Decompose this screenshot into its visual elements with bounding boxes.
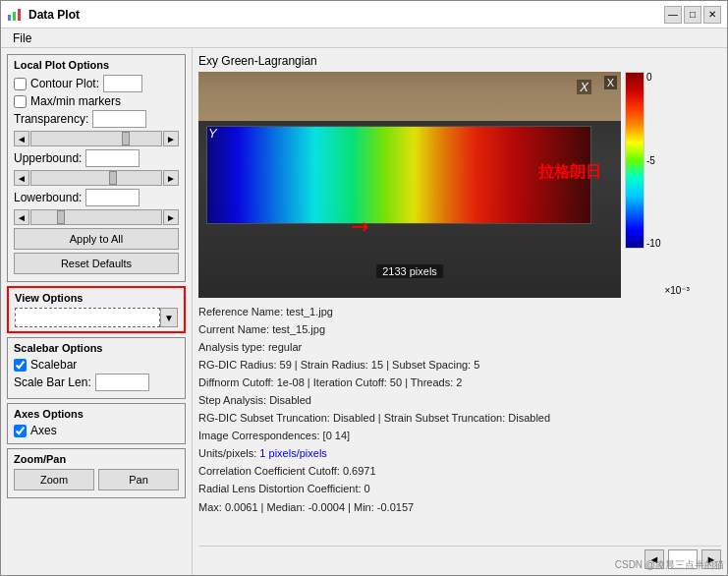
transparency-input[interactable]: 0.7500 — [92, 110, 146, 128]
menu-file[interactable]: File — [7, 31, 37, 45]
lowerbound-slider-right[interactable]: ► — [163, 209, 179, 225]
wood-texture — [198, 72, 621, 121]
axis-x-label: X — [577, 80, 591, 94]
axes-checkbox-row: Axes — [14, 424, 179, 437]
pan-button[interactable]: Pan — [98, 469, 179, 490]
contour-plot-label: Contour Plot: — [30, 77, 99, 90]
zoom-pan-section: Zoom/Pan Zoom Pan — [7, 448, 186, 498]
info-max-median-min: Max: 0.0061 | Median: -0.0004 | Min: -0.… — [198, 499, 721, 516]
scalebar-options-title: Scalebar Options — [14, 342, 179, 354]
title-bar: Data Plot — □ ✕ — [1, 1, 727, 29]
upperbound-slider-right[interactable]: ► — [163, 170, 179, 186]
local-plot-options-title: Local Plot Options — [14, 59, 179, 71]
transparency-label: Transparency: — [14, 112, 88, 126]
upperbound-slider-left[interactable]: ◄ — [14, 170, 29, 186]
colorbar-wrapper: 0 -5 -10 — [625, 72, 660, 298]
axes-label: Axes — [30, 424, 57, 437]
transparency-slider-row: ◄ ► — [14, 131, 179, 146]
info-units-value: 1 pixels/pixels — [259, 447, 326, 459]
lowerbound-slider-row: ◄ ► — [14, 209, 179, 225]
info-rg-dic: RG-DIC Radius: 59 | Strain Radius: 15 | … — [198, 357, 721, 374]
axes-options-section: Axes Options Axes — [7, 403, 186, 444]
lowerbound-slider-left[interactable]: ◄ — [14, 209, 29, 225]
right-panel: Exy Green-Lagrangian 2133 pixels X Y — [193, 48, 727, 575]
upperbound-slider-row: ◄ ► — [14, 170, 179, 186]
contour-plot-checkbox[interactable] — [14, 78, 27, 90]
bottom-bar: CSDN @凌晨三点半的猫 ◄ 14 ► — [198, 546, 721, 569]
scale-bar-len-row: Scale Bar Len: 2133.00 — [14, 374, 179, 391]
scalebar-checkbox-row: Scalebar — [14, 358, 179, 372]
colorbar-unit: ×10⁻³ — [664, 285, 689, 296]
view-options-dropdown-row: Lagrangian ▼ — [15, 308, 178, 327]
transparency-slider-track[interactable] — [30, 131, 162, 146]
view-options-title: View Options — [15, 292, 178, 304]
plot-area: 2133 pixels X Y X 拉格朗日 ↗ 0 — [198, 72, 721, 298]
upperbound-row: Upperbound: 0.0035 — [14, 149, 179, 167]
watermark-text: CSDN @凌晨三点半的猫 — [615, 558, 724, 572]
lowerbound-row: Lowerbound: -0.0110 — [14, 189, 179, 206]
left-panel: Local Plot Options Contour Plot: 20 Max/… — [1, 48, 193, 575]
info-analysis-type: Analysis type: regular — [198, 339, 721, 356]
lowerbound-slider-track[interactable] — [30, 209, 162, 225]
scale-bar-len-label: Scale Bar Len: — [14, 375, 91, 389]
close-x-button[interactable]: X — [604, 76, 617, 89]
plot-title: Exy Green-Lagrangian — [198, 54, 721, 68]
colorbar — [625, 72, 644, 249]
maxmin-label: Max/min markers — [30, 94, 121, 108]
reset-defaults-button[interactable]: Reset Defaults — [14, 253, 179, 274]
scalebar-label: Scalebar — [30, 358, 77, 372]
title-bar-left: Data Plot — [7, 7, 80, 23]
maxmin-checkbox[interactable] — [14, 95, 27, 108]
zoom-button[interactable]: Zoom — [14, 469, 94, 490]
window-title: Data Plot — [28, 8, 80, 22]
axes-options-title: Axes Options — [14, 408, 179, 420]
svg-rect-1 — [13, 12, 16, 21]
view-options-select[interactable]: Lagrangian — [15, 308, 160, 327]
close-button[interactable]: ✕ — [703, 6, 721, 24]
transparency-row: Transparency: 0.7500 — [14, 110, 179, 128]
transparency-slider-left[interactable]: ◄ — [14, 131, 29, 146]
info-image-corr: Image Correspondences: [0 14] — [198, 428, 721, 444]
colorbar-labels: 0 -5 -10 — [646, 72, 660, 249]
info-panel: Reference Name: test_1.jpg Current Name:… — [198, 304, 721, 542]
info-correlation: Correlation Coefficient Cutoff: 0.6971 — [198, 463, 721, 480]
axes-checkbox[interactable] — [14, 425, 27, 437]
main-window: Data Plot — □ ✕ File Local Plot Options … — [0, 0, 728, 576]
main-content: Local Plot Options Contour Plot: 20 Max/… — [1, 48, 727, 575]
axis-y-label: Y — [208, 126, 217, 141]
lowerbound-input[interactable]: -0.0110 — [85, 189, 140, 206]
view-options-dropdown-arrow[interactable]: ▼ — [160, 308, 178, 327]
contour-plot-row: Contour Plot: 20 — [14, 75, 179, 92]
apply-to-all-button[interactable]: Apply to All — [14, 228, 179, 250]
view-options-section: View Options Lagrangian ▼ — [7, 286, 186, 333]
chart-icon — [7, 7, 23, 23]
colorbar-label-2: -5 — [646, 155, 660, 166]
upperbound-input[interactable]: 0.0035 — [85, 149, 140, 167]
upperbound-label: Upperbound: — [14, 151, 82, 165]
info-reference-name: Reference Name: test_1.jpg — [198, 304, 721, 320]
info-units: Units/pixels: 1 pixels/pixels — [198, 445, 721, 462]
scale-bar-len-input[interactable]: 2133.00 — [95, 374, 149, 391]
colorbar-label-0: 0 — [646, 72, 660, 83]
info-current-name: Current Name: test_15.jpg — [198, 321, 721, 338]
menu-bar: File — [1, 29, 727, 48]
transparency-slider-right[interactable]: ► — [163, 131, 179, 146]
zoom-pan-title: Zoom/Pan — [14, 453, 179, 465]
pixel-label: 2133 pixels — [376, 264, 443, 278]
heatmap-strip — [206, 126, 591, 224]
info-radial: Radial Lens Distortion Coefficient: 0 — [198, 481, 721, 497]
image-container: 2133 pixels X Y X 拉格朗日 ↗ — [198, 72, 621, 298]
colorbar-label-4: -10 — [646, 238, 660, 249]
contour-plot-input[interactable]: 20 — [103, 75, 142, 92]
upperbound-slider-track[interactable] — [30, 170, 162, 186]
minimize-button[interactable]: — — [664, 6, 682, 24]
maximize-button[interactable]: □ — [684, 6, 701, 24]
lowerbound-label: Lowerbound: — [14, 191, 82, 204]
title-controls: — □ ✕ — [664, 6, 721, 24]
info-truncation: RG-DIC Subset Truncation: Disabled | Str… — [198, 410, 721, 427]
svg-rect-0 — [8, 15, 11, 21]
scalebar-checkbox[interactable] — [14, 359, 27, 372]
scalebar-options-section: Scalebar Options Scalebar Scale Bar Len:… — [7, 337, 186, 399]
svg-rect-2 — [18, 9, 21, 21]
local-plot-options-section: Local Plot Options Contour Plot: 20 Max/… — [7, 54, 186, 282]
